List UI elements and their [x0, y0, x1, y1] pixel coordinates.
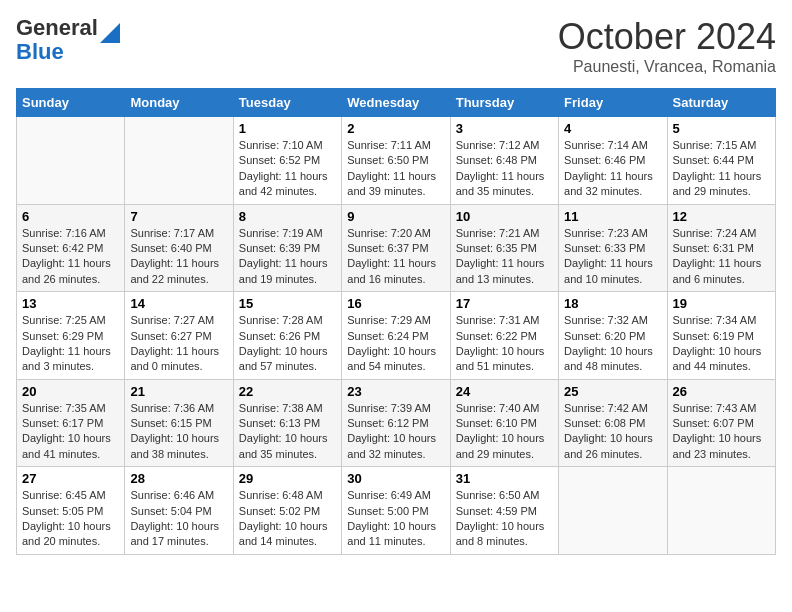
- calendar-week-row: 6Sunrise: 7:16 AMSunset: 6:42 PMDaylight…: [17, 204, 776, 292]
- calendar-day-header: Monday: [125, 89, 233, 117]
- day-number: 5: [673, 121, 770, 136]
- calendar-day-header: Thursday: [450, 89, 558, 117]
- calendar-cell: 15Sunrise: 7:28 AMSunset: 6:26 PMDayligh…: [233, 292, 341, 380]
- day-number: 16: [347, 296, 444, 311]
- day-info: Sunrise: 7:17 AMSunset: 6:40 PMDaylight:…: [130, 226, 227, 288]
- calendar-cell: 9Sunrise: 7:20 AMSunset: 6:37 PMDaylight…: [342, 204, 450, 292]
- day-number: 11: [564, 209, 661, 224]
- calendar-cell: [667, 467, 775, 555]
- day-info: Sunrise: 7:28 AMSunset: 6:26 PMDaylight:…: [239, 313, 336, 375]
- day-info: Sunrise: 7:35 AMSunset: 6:17 PMDaylight:…: [22, 401, 119, 463]
- calendar-cell: 23Sunrise: 7:39 AMSunset: 6:12 PMDayligh…: [342, 379, 450, 467]
- day-info: Sunrise: 7:31 AMSunset: 6:22 PMDaylight:…: [456, 313, 553, 375]
- calendar-cell: 29Sunrise: 6:48 AMSunset: 5:02 PMDayligh…: [233, 467, 341, 555]
- day-number: 23: [347, 384, 444, 399]
- calendar-cell: 22Sunrise: 7:38 AMSunset: 6:13 PMDayligh…: [233, 379, 341, 467]
- day-number: 7: [130, 209, 227, 224]
- day-number: 6: [22, 209, 119, 224]
- day-info: Sunrise: 7:42 AMSunset: 6:08 PMDaylight:…: [564, 401, 661, 463]
- calendar-table: SundayMondayTuesdayWednesdayThursdayFrid…: [16, 88, 776, 555]
- day-info: Sunrise: 7:29 AMSunset: 6:24 PMDaylight:…: [347, 313, 444, 375]
- day-number: 3: [456, 121, 553, 136]
- calendar-cell: 17Sunrise: 7:31 AMSunset: 6:22 PMDayligh…: [450, 292, 558, 380]
- calendar-cell: 31Sunrise: 6:50 AMSunset: 4:59 PMDayligh…: [450, 467, 558, 555]
- calendar-cell: 25Sunrise: 7:42 AMSunset: 6:08 PMDayligh…: [559, 379, 667, 467]
- day-info: Sunrise: 7:36 AMSunset: 6:15 PMDaylight:…: [130, 401, 227, 463]
- calendar-cell: [17, 117, 125, 205]
- day-number: 2: [347, 121, 444, 136]
- calendar-cell: 6Sunrise: 7:16 AMSunset: 6:42 PMDaylight…: [17, 204, 125, 292]
- day-number: 22: [239, 384, 336, 399]
- day-info: Sunrise: 7:12 AMSunset: 6:48 PMDaylight:…: [456, 138, 553, 200]
- day-number: 27: [22, 471, 119, 486]
- calendar-day-header: Friday: [559, 89, 667, 117]
- day-info: Sunrise: 7:39 AMSunset: 6:12 PMDaylight:…: [347, 401, 444, 463]
- calendar-cell: 13Sunrise: 7:25 AMSunset: 6:29 PMDayligh…: [17, 292, 125, 380]
- day-info: Sunrise: 7:38 AMSunset: 6:13 PMDaylight:…: [239, 401, 336, 463]
- calendar-cell: 30Sunrise: 6:49 AMSunset: 5:00 PMDayligh…: [342, 467, 450, 555]
- day-number: 14: [130, 296, 227, 311]
- day-info: Sunrise: 7:32 AMSunset: 6:20 PMDaylight:…: [564, 313, 661, 375]
- day-number: 28: [130, 471, 227, 486]
- calendar-day-header: Tuesday: [233, 89, 341, 117]
- day-number: 19: [673, 296, 770, 311]
- day-number: 9: [347, 209, 444, 224]
- calendar-day-header: Sunday: [17, 89, 125, 117]
- day-info: Sunrise: 7:40 AMSunset: 6:10 PMDaylight:…: [456, 401, 553, 463]
- day-info: Sunrise: 7:21 AMSunset: 6:35 PMDaylight:…: [456, 226, 553, 288]
- calendar-cell: 11Sunrise: 7:23 AMSunset: 6:33 PMDayligh…: [559, 204, 667, 292]
- logo-general: General: [16, 15, 98, 40]
- day-info: Sunrise: 7:14 AMSunset: 6:46 PMDaylight:…: [564, 138, 661, 200]
- day-info: Sunrise: 7:20 AMSunset: 6:37 PMDaylight:…: [347, 226, 444, 288]
- day-info: Sunrise: 6:48 AMSunset: 5:02 PMDaylight:…: [239, 488, 336, 550]
- day-number: 1: [239, 121, 336, 136]
- day-info: Sunrise: 7:25 AMSunset: 6:29 PMDaylight:…: [22, 313, 119, 375]
- calendar-cell: 10Sunrise: 7:21 AMSunset: 6:35 PMDayligh…: [450, 204, 558, 292]
- day-info: Sunrise: 6:49 AMSunset: 5:00 PMDaylight:…: [347, 488, 444, 550]
- calendar-cell: 27Sunrise: 6:45 AMSunset: 5:05 PMDayligh…: [17, 467, 125, 555]
- day-number: 15: [239, 296, 336, 311]
- day-number: 25: [564, 384, 661, 399]
- day-info: Sunrise: 7:16 AMSunset: 6:42 PMDaylight:…: [22, 226, 119, 288]
- day-number: 29: [239, 471, 336, 486]
- day-number: 10: [456, 209, 553, 224]
- day-info: Sunrise: 7:19 AMSunset: 6:39 PMDaylight:…: [239, 226, 336, 288]
- day-info: Sunrise: 7:11 AMSunset: 6:50 PMDaylight:…: [347, 138, 444, 200]
- calendar-day-header: Wednesday: [342, 89, 450, 117]
- calendar-cell: 24Sunrise: 7:40 AMSunset: 6:10 PMDayligh…: [450, 379, 558, 467]
- day-number: 13: [22, 296, 119, 311]
- day-number: 24: [456, 384, 553, 399]
- day-info: Sunrise: 7:43 AMSunset: 6:07 PMDaylight:…: [673, 401, 770, 463]
- day-number: 20: [22, 384, 119, 399]
- title-block: October 2024 Paunesti, Vrancea, Romania: [558, 16, 776, 76]
- day-info: Sunrise: 6:46 AMSunset: 5:04 PMDaylight:…: [130, 488, 227, 550]
- calendar-day-header: Saturday: [667, 89, 775, 117]
- calendar-cell: 5Sunrise: 7:15 AMSunset: 6:44 PMDaylight…: [667, 117, 775, 205]
- page-header: General Blue October 2024 Paunesti, Vran…: [16, 16, 776, 76]
- calendar-week-row: 13Sunrise: 7:25 AMSunset: 6:29 PMDayligh…: [17, 292, 776, 380]
- page-subtitle: Paunesti, Vrancea, Romania: [558, 58, 776, 76]
- day-info: Sunrise: 7:15 AMSunset: 6:44 PMDaylight:…: [673, 138, 770, 200]
- svg-marker-0: [100, 23, 120, 43]
- day-info: Sunrise: 7:23 AMSunset: 6:33 PMDaylight:…: [564, 226, 661, 288]
- calendar-cell: 14Sunrise: 7:27 AMSunset: 6:27 PMDayligh…: [125, 292, 233, 380]
- logo-triangle-icon: [100, 23, 120, 43]
- logo-blue: Blue: [16, 39, 64, 64]
- day-number: 26: [673, 384, 770, 399]
- day-number: 31: [456, 471, 553, 486]
- logo: General Blue: [16, 16, 120, 64]
- day-info: Sunrise: 7:34 AMSunset: 6:19 PMDaylight:…: [673, 313, 770, 375]
- day-number: 17: [456, 296, 553, 311]
- calendar-header-row: SundayMondayTuesdayWednesdayThursdayFrid…: [17, 89, 776, 117]
- day-number: 18: [564, 296, 661, 311]
- calendar-cell: 2Sunrise: 7:11 AMSunset: 6:50 PMDaylight…: [342, 117, 450, 205]
- calendar-cell: 1Sunrise: 7:10 AMSunset: 6:52 PMDaylight…: [233, 117, 341, 205]
- calendar-cell: 19Sunrise: 7:34 AMSunset: 6:19 PMDayligh…: [667, 292, 775, 380]
- calendar-cell: 20Sunrise: 7:35 AMSunset: 6:17 PMDayligh…: [17, 379, 125, 467]
- calendar-week-row: 20Sunrise: 7:35 AMSunset: 6:17 PMDayligh…: [17, 379, 776, 467]
- calendar-cell: 21Sunrise: 7:36 AMSunset: 6:15 PMDayligh…: [125, 379, 233, 467]
- calendar-week-row: 27Sunrise: 6:45 AMSunset: 5:05 PMDayligh…: [17, 467, 776, 555]
- day-info: Sunrise: 7:10 AMSunset: 6:52 PMDaylight:…: [239, 138, 336, 200]
- calendar-cell: 26Sunrise: 7:43 AMSunset: 6:07 PMDayligh…: [667, 379, 775, 467]
- day-info: Sunrise: 6:45 AMSunset: 5:05 PMDaylight:…: [22, 488, 119, 550]
